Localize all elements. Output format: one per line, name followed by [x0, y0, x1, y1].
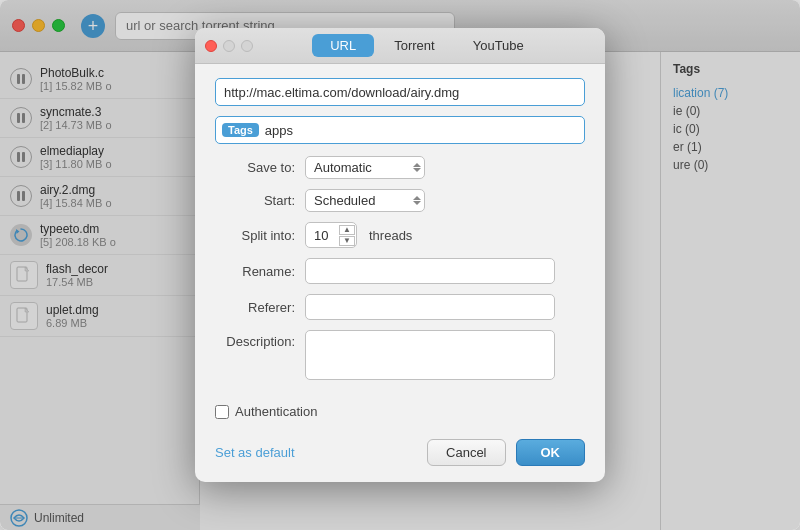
threads-up-button[interactable]: ▲: [339, 225, 355, 235]
rename-row: Rename:: [215, 258, 585, 284]
modal-close-button[interactable]: [205, 40, 217, 52]
threads-input-wrapper: ▲ ▼: [305, 222, 357, 248]
save-to-select-wrapper: Automatic: [305, 156, 425, 179]
tab-url[interactable]: URL: [312, 34, 374, 57]
footer-buttons: Cancel OK: [427, 439, 585, 466]
referer-row: Referer:: [215, 294, 585, 320]
modal-title-bar: URL Torrent YouTube: [195, 28, 605, 64]
save-to-row: Save to: Automatic: [215, 156, 585, 179]
rename-control: [305, 258, 555, 284]
set-as-default-link[interactable]: Set as default: [215, 445, 295, 460]
tags-input-row: Tags: [215, 116, 585, 144]
tags-badge: Tags: [222, 123, 259, 137]
modal-footer: Set as default Cancel OK: [195, 433, 605, 482]
tab-youtube[interactable]: YouTube: [455, 34, 542, 57]
rename-label: Rename:: [215, 264, 305, 279]
rename-input[interactable]: [305, 258, 555, 284]
save-to-label: Save to:: [215, 160, 305, 175]
description-row: Description:: [215, 330, 585, 380]
description-label: Description:: [215, 330, 305, 349]
app-window: + PhotoBulk.c [1] 15.82 MB o syncmate.3 …: [0, 0, 800, 530]
threads-arrows: ▲ ▼: [339, 225, 355, 246]
cancel-button[interactable]: Cancel: [427, 439, 505, 466]
threads-label: threads: [369, 228, 412, 243]
auth-label: Authentication: [235, 404, 317, 419]
split-into-row: Split into: ▲ ▼ threads: [215, 222, 585, 248]
save-to-control: Automatic: [305, 156, 425, 179]
description-textarea[interactable]: [305, 330, 555, 380]
description-control: [305, 330, 555, 380]
ok-button[interactable]: OK: [516, 439, 586, 466]
modal-overlay: URL Torrent YouTube Tags: [0, 0, 800, 530]
start-label: Start:: [215, 193, 305, 208]
referer-label: Referer:: [215, 300, 305, 315]
auth-row: Authentication: [215, 404, 605, 419]
start-select-wrapper: Scheduled: [305, 189, 425, 212]
tags-input-container: Tags: [215, 116, 585, 144]
modal-dialog: URL Torrent YouTube Tags: [195, 28, 605, 482]
start-control: Scheduled: [305, 189, 425, 212]
threads-down-button[interactable]: ▼: [339, 236, 355, 246]
split-into-label: Split into:: [215, 228, 305, 243]
auth-checkbox[interactable]: [215, 405, 229, 419]
start-row: Start: Scheduled: [215, 189, 585, 212]
referer-input[interactable]: [305, 294, 555, 320]
modal-body: Tags Save to: Automatic: [195, 64, 605, 404]
url-input-row: [215, 78, 585, 106]
modal-maximize-button[interactable]: [241, 40, 253, 52]
tab-torrent[interactable]: Torrent: [376, 34, 452, 57]
start-select[interactable]: Scheduled: [305, 189, 425, 212]
modal-minimize-button[interactable]: [223, 40, 235, 52]
split-into-control: ▲ ▼ threads: [305, 222, 412, 248]
url-input[interactable]: [215, 78, 585, 106]
tags-input[interactable]: [265, 123, 578, 138]
modal-tabs: URL Torrent YouTube: [299, 34, 555, 57]
referer-control: [305, 294, 555, 320]
save-to-select[interactable]: Automatic: [305, 156, 425, 179]
